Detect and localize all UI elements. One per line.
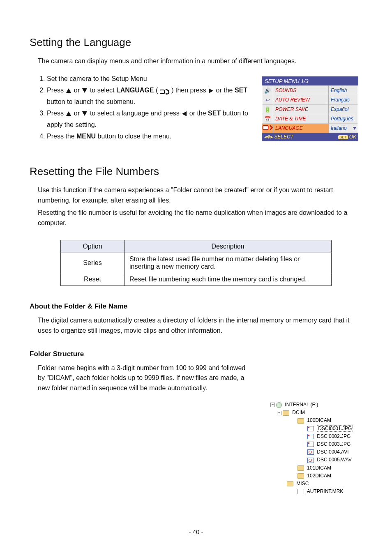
th-option: Option bbox=[61, 240, 125, 253]
tree-100dicam: 100DICAM bbox=[270, 417, 357, 424]
tree-file: DSCI0004.AVI bbox=[270, 448, 357, 456]
tree-label: 100DICAM bbox=[307, 417, 331, 423]
image-file-icon bbox=[307, 442, 314, 447]
setup-menu-value: Français bbox=[328, 95, 358, 104]
table-header-row: Option Description bbox=[61, 240, 332, 253]
footer-select: ◂✥▸ SELECT bbox=[264, 134, 293, 140]
page-number: - 40 - bbox=[0, 528, 392, 535]
heading-setting-language: Setting the Language bbox=[30, 36, 362, 49]
heading-folder-structure: Folder Structure bbox=[30, 350, 362, 358]
t: to select a language and press bbox=[90, 110, 181, 117]
language-label: LANGUAGE bbox=[116, 87, 154, 94]
t: or bbox=[74, 110, 82, 117]
tree-misc: MISC bbox=[270, 480, 357, 488]
left-arrow-icon bbox=[182, 111, 187, 116]
setup-menu-row-selected: LANGUAGE Italiano bbox=[262, 123, 358, 133]
tree-root: − INTERNAL (F:) bbox=[270, 401, 357, 409]
footer-ok-label: OK bbox=[349, 134, 356, 140]
tree-label: MISC bbox=[296, 481, 309, 486]
tree-label: INTERNAL (F:) bbox=[285, 402, 318, 408]
steps-list: Set the camera to the Setup Menu Press o… bbox=[30, 73, 261, 142]
language-menu-icon bbox=[160, 88, 170, 94]
t: ) then press bbox=[171, 87, 208, 94]
t: ( bbox=[156, 87, 158, 94]
setup-menu-label: SOUNDS bbox=[273, 85, 328, 95]
setup-menu-value: English bbox=[328, 85, 358, 95]
setup-menu-value-text: Italiano bbox=[331, 125, 347, 131]
footer-select-label: SELECT bbox=[274, 134, 293, 140]
options-table: Option Description Series Store the late… bbox=[60, 240, 332, 286]
table-row: Series Store the latest used file number… bbox=[61, 253, 332, 273]
heading-about-folder-file: About the Folder & File Name bbox=[30, 302, 362, 311]
tree-label: DSCI0005.WAV bbox=[317, 457, 352, 463]
folder-icon bbox=[283, 410, 289, 416]
tree-label: DSCI0002.JPG bbox=[317, 433, 350, 439]
tree-101dicam: 101DICAM bbox=[270, 464, 357, 472]
td-series: Series bbox=[61, 253, 125, 273]
td-reset-desc: Reset file numbering each time the memor… bbox=[125, 273, 332, 286]
set-badge: SET bbox=[338, 135, 348, 139]
video-file-icon bbox=[307, 449, 314, 455]
image-file-icon bbox=[307, 426, 314, 431]
t: or the bbox=[189, 110, 208, 117]
setup-menu-label: LANGUAGE bbox=[273, 123, 328, 133]
folder-icon bbox=[297, 465, 304, 471]
set-label: SET bbox=[235, 87, 247, 94]
setup-menu-row: 🔋 POWER SAVE Español bbox=[262, 104, 358, 114]
svg-rect-0 bbox=[263, 126, 268, 130]
collapse-icon: − bbox=[277, 411, 281, 415]
svg-rect-1 bbox=[160, 90, 164, 94]
datetime-icon: 📅 bbox=[262, 114, 273, 123]
setup-menu-label: DATE & TIME bbox=[273, 114, 328, 123]
th-description: Description bbox=[125, 240, 332, 253]
setup-menu-footer: ◂✥▸ SELECT SETOK bbox=[262, 133, 358, 141]
file-icon bbox=[297, 489, 304, 494]
heading-reset-file-numbers: Resetting the File Numbers bbox=[30, 165, 362, 178]
tree-label: DSCI0004.AVI bbox=[317, 449, 348, 455]
audio-file-icon bbox=[307, 458, 314, 463]
set-label: SET bbox=[208, 110, 221, 117]
down-arrow-icon bbox=[82, 88, 87, 93]
step-3: Press or to select a language and press … bbox=[47, 108, 261, 131]
td-reset: Reset bbox=[61, 273, 125, 286]
tree-file: DSCI0002.JPG bbox=[270, 433, 357, 440]
tree-label: DSCI0001.JPG bbox=[317, 425, 353, 432]
section3-p1: The digital camera automatically creates… bbox=[38, 315, 362, 336]
td-series-desc: Store the latest used file number no mat… bbox=[125, 253, 332, 273]
up-arrow-icon bbox=[66, 88, 71, 93]
step-4: Press the MENU button to close the menu. bbox=[47, 131, 261, 142]
t: button to launch the submenu. bbox=[47, 98, 135, 105]
step-1: Set the camera to the Setup Menu bbox=[47, 73, 261, 85]
t: or bbox=[74, 87, 82, 94]
setup-menu-value: Português bbox=[328, 114, 358, 123]
t: Press bbox=[47, 87, 65, 94]
tree-102dicam: 102DICAM bbox=[270, 472, 357, 480]
collapse-icon: − bbox=[270, 403, 275, 407]
folder-icon bbox=[297, 418, 304, 424]
t: Press the bbox=[47, 133, 76, 140]
chevron-down-icon bbox=[353, 127, 356, 130]
powersave-icon: 🔋 bbox=[262, 104, 273, 114]
footer-ok: SETOK bbox=[338, 134, 356, 140]
setup-menu-row: 🔊 SOUNDS English bbox=[262, 85, 358, 95]
setup-menu-label: AUTO REVIEW bbox=[273, 95, 328, 104]
tree-file: DSCI0005.WAV bbox=[270, 456, 357, 464]
menu-label: MENU bbox=[76, 133, 96, 140]
sounds-icon: 🔊 bbox=[262, 85, 273, 95]
step-2: Press or to select LANGUAGE ( ) then pre… bbox=[47, 85, 261, 108]
setup-menu-label: POWER SAVE bbox=[273, 104, 328, 114]
setup-menu-value: Español bbox=[328, 104, 358, 114]
setup-menu-illustration: SETUP MENU 1/3 🔊 SOUNDS English ↩ AUTO R… bbox=[262, 76, 358, 141]
section4-p1: Folder name begins with a 3-digit number… bbox=[38, 363, 251, 394]
folder-tree-illustration: − INTERNAL (F:) − DCIM 100DICAM DSCI0001… bbox=[270, 401, 357, 495]
folder-icon bbox=[297, 473, 304, 479]
right-arrow-icon bbox=[209, 88, 213, 93]
up-arrow-icon bbox=[66, 111, 71, 116]
down-arrow-icon bbox=[82, 111, 87, 116]
tree-label: 101DICAM bbox=[307, 465, 331, 471]
section2-p2: Resetting the file number is useful for … bbox=[38, 208, 362, 228]
intro-text: The camera can display menus and other i… bbox=[38, 56, 362, 67]
tree-label: DCIM bbox=[292, 410, 305, 415]
t: Press bbox=[47, 110, 65, 117]
t: to select bbox=[90, 87, 116, 94]
